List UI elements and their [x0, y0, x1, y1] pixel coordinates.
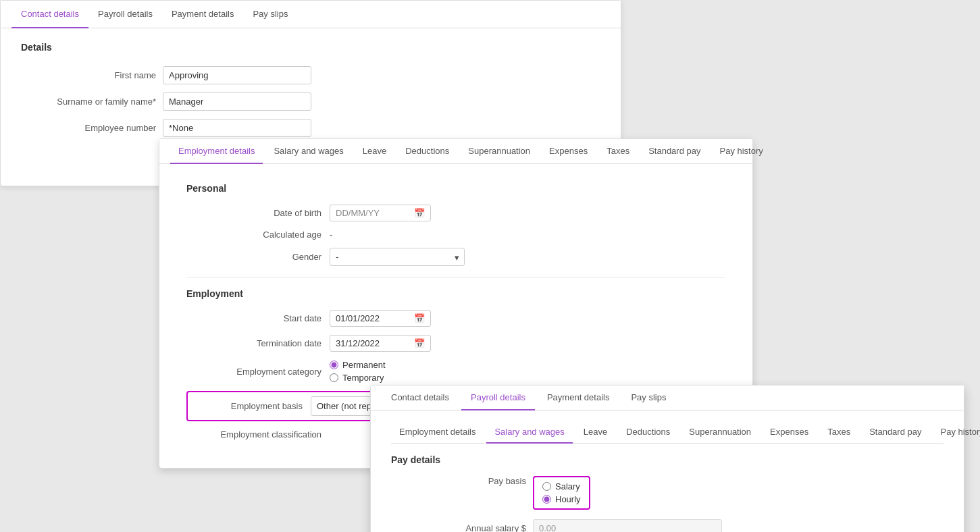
- inner-tab-leave[interactable]: Leave: [575, 421, 615, 444]
- gender-select[interactable]: - Male Female Other: [330, 248, 465, 266]
- termination-date-field[interactable]: 31/12/2022 📅: [330, 335, 431, 352]
- surname-label: Surname or family name*: [21, 97, 156, 107]
- contact-tab-bar: Contact details Payroll details Payment …: [1, 1, 621, 28]
- inner-tab-deductions[interactable]: Deductions: [618, 421, 678, 444]
- surname-input[interactable]: [163, 92, 311, 111]
- termination-date-label: Termination date: [186, 338, 321, 348]
- tab-leave[interactable]: Leave: [355, 139, 394, 164]
- termination-date-row: Termination date 31/12/2022 📅: [186, 335, 725, 352]
- radio-hourly-input[interactable]: [542, 495, 551, 504]
- annual-salary-label: Annual salary $: [391, 523, 526, 532]
- employment-category-row: Employment category Permanent Temporary: [186, 360, 725, 383]
- employment-category-label: Employment category: [186, 367, 321, 377]
- radio-temporary: Temporary: [330, 373, 386, 383]
- termination-date-value: 31/12/2022: [336, 338, 380, 348]
- tab-taxes[interactable]: Taxes: [598, 139, 638, 164]
- calculated-age-value: -: [330, 230, 332, 240]
- start-date-field[interactable]: 01/01/2022 📅: [330, 310, 431, 327]
- first-name-input[interactable]: [163, 66, 311, 84]
- calculated-age-label: Calculated age: [186, 230, 321, 240]
- tab-payment-details-1[interactable]: Payment details: [162, 1, 244, 28]
- inner-tab-standard-pay[interactable]: Standard pay: [861, 421, 929, 444]
- inner-tab-taxes[interactable]: Taxes: [819, 421, 858, 444]
- inner-tab-salary-wages[interactable]: Salary and wages: [486, 421, 572, 444]
- tab-superannuation[interactable]: Superannuation: [460, 139, 538, 164]
- details-section-title: Details: [21, 42, 600, 53]
- radio-permanent-label: Permanent: [342, 360, 386, 370]
- annual-salary-input[interactable]: [533, 519, 722, 532]
- gender-label: Gender: [186, 252, 321, 262]
- employment-section-heading: Employment: [186, 288, 725, 299]
- surname-row: Surname or family name*: [21, 92, 600, 111]
- pay-details-heading: Pay details: [391, 454, 944, 465]
- tab-deductions[interactable]: Deductions: [397, 139, 457, 164]
- gender-row: Gender - Male Female Other ▾: [186, 248, 725, 266]
- dob-field[interactable]: DD/MM/YY 📅: [330, 205, 431, 221]
- tab-contact-details-p3[interactable]: Contact details: [382, 385, 459, 410]
- employment-tab-bar: Employment details Salary and wages Leav…: [159, 139, 752, 164]
- start-date-value: 01/01/2022: [336, 313, 380, 323]
- radio-temporary-label: Temporary: [342, 373, 384, 383]
- dob-row: Date of birth DD/MM/YY 📅: [186, 205, 725, 221]
- dob-label: Date of birth: [186, 208, 321, 218]
- payroll-content: Employment details Salary and wages Leav…: [371, 410, 964, 532]
- start-date-row: Start date 01/01/2022 📅: [186, 310, 725, 327]
- start-date-label: Start date: [186, 313, 321, 323]
- radio-salary-input[interactable]: [542, 482, 551, 491]
- payroll-inner-tab-bar: Employment details Salary and wages Leav…: [391, 421, 944, 444]
- pay-basis-row: Pay basis Salary Hourly: [391, 476, 944, 510]
- employee-number-row: Employee number: [21, 119, 600, 137]
- inner-tab-pay-history[interactable]: Pay history: [932, 421, 980, 444]
- radio-permanent: Permanent: [330, 360, 386, 370]
- calendar-icon-start: 📅: [414, 313, 425, 323]
- annual-salary-row: Annual salary $: [391, 519, 944, 532]
- radio-hourly: Hourly: [542, 494, 581, 504]
- tab-contact-details[interactable]: Contact details: [11, 1, 88, 28]
- inner-tab-expenses[interactable]: Expenses: [762, 421, 817, 444]
- radio-salary-label: Salary: [555, 481, 580, 491]
- section-divider-1: [186, 277, 725, 277]
- inner-tab-superannuation[interactable]: Superannuation: [681, 421, 759, 444]
- pay-basis-label: Pay basis: [391, 476, 526, 486]
- tab-pay-history[interactable]: Pay history: [711, 139, 771, 164]
- tab-employment-details[interactable]: Employment details: [170, 139, 263, 164]
- dob-placeholder: DD/MM/YY: [336, 208, 380, 218]
- calculated-age-row: Calculated age -: [186, 230, 725, 240]
- payroll-tab-bar: Contact details Payroll details Payment …: [371, 385, 964, 410]
- calendar-icon-termination: 📅: [414, 338, 425, 348]
- employee-number-input[interactable]: [163, 119, 311, 137]
- tab-payment-details-p3[interactable]: Payment details: [538, 385, 619, 410]
- tab-salary-wages[interactable]: Salary and wages: [265, 139, 351, 164]
- tab-payroll-details-1[interactable]: Payroll details: [88, 1, 162, 28]
- radio-hourly-label: Hourly: [555, 494, 581, 504]
- first-name-row: First name: [21, 66, 600, 84]
- tab-payroll-details-p3[interactable]: Payroll details: [461, 385, 535, 410]
- employee-number-label: Employee number: [21, 123, 156, 133]
- personal-section-heading: Personal: [186, 183, 725, 194]
- payroll-details-panel: Contact details Payroll details Payment …: [370, 385, 964, 532]
- radio-permanent-input[interactable]: [330, 361, 338, 369]
- pay-basis-container: Pay basis Salary Hourly: [391, 476, 944, 510]
- radio-temporary-input[interactable]: [330, 373, 338, 382]
- pay-basis-box: Salary Hourly: [533, 476, 590, 510]
- employment-classification-label: Employment classification: [186, 429, 321, 440]
- inner-tab-employment[interactable]: Employment details: [391, 421, 484, 444]
- tab-pay-slips-p3[interactable]: Pay slips: [621, 385, 675, 410]
- tab-standard-pay[interactable]: Standard pay: [640, 139, 708, 164]
- tab-expenses[interactable]: Expenses: [541, 139, 596, 164]
- employment-basis-label: Employment basis: [195, 401, 303, 411]
- tab-pay-slips-1[interactable]: Pay slips: [243, 1, 297, 28]
- employment-category-group: Permanent Temporary: [330, 360, 386, 383]
- radio-salary: Salary: [542, 481, 581, 491]
- first-name-label: First name: [21, 70, 156, 80]
- calendar-icon-dob: 📅: [414, 208, 425, 218]
